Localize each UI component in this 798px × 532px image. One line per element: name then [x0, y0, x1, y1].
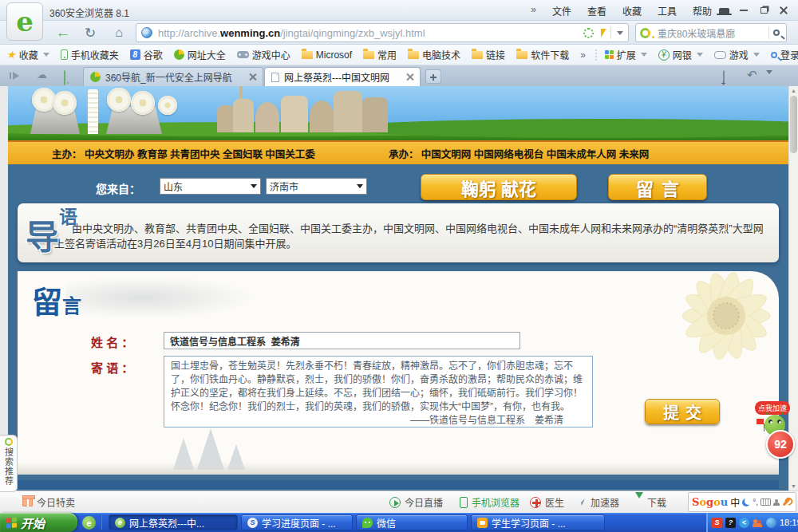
- play-circle-icon: [389, 497, 401, 508]
- menu-favorites[interactable]: 收藏: [622, 4, 642, 18]
- bookmarks-overflow-icon[interactable]: »: [580, 49, 586, 61]
- taskbar-item-student-page[interactable]: 学生学习页面 - ...: [471, 514, 605, 530]
- tab-close-icon[interactable]: [249, 73, 256, 81]
- bookmark-google[interactable]: 8谷歌: [130, 48, 163, 61]
- scroll-down-icon[interactable]: ▼: [791, 483, 796, 489]
- address-dropdown-icon[interactable]: [617, 31, 623, 35]
- bookmark-favorites[interactable]: ★收藏: [6, 48, 49, 61]
- games-button[interactable]: 游戏: [714, 48, 760, 61]
- tab-360-nav[interactable]: 360导航_新一代安全上网导航: [83, 67, 263, 86]
- quick-launch-360-icon[interactable]: e: [82, 516, 96, 530]
- bookmark-label: 链接: [486, 48, 505, 61]
- taskbar-item-wechat[interactable]: 微信: [356, 514, 468, 530]
- divider: [595, 49, 597, 61]
- search-box[interactable]: 重庆80米玻璃悬廊: [635, 23, 787, 42]
- daily-deals-button[interactable]: 今日特卖: [22, 495, 75, 509]
- city-select[interactable]: 济南市: [266, 178, 367, 195]
- moon-icon[interactable]: [742, 499, 750, 506]
- search-query-text[interactable]: 重庆80米玻璃悬廊: [658, 26, 768, 40]
- title-wash: [65, 276, 257, 319]
- browser-logo[interactable]: e: [6, 2, 43, 41]
- menu-file[interactable]: 文件: [552, 4, 571, 18]
- speed-score-badge[interactable]: 92: [766, 430, 795, 459]
- speedup-mascot[interactable]: 点我加速 92: [755, 401, 798, 469]
- person-icon[interactable]: [773, 499, 780, 506]
- bookmark-folder-pc-tech[interactable]: 电脑技术: [408, 48, 460, 61]
- restore-tab-icon[interactable]: [723, 71, 725, 85]
- tab-title: 360导航_新一代安全上网导航: [105, 70, 244, 84]
- extensions-button[interactable]: 扩展: [605, 48, 647, 61]
- doctor-button[interactable]: 医生: [530, 495, 564, 509]
- send-to-phone-icon[interactable]: [64, 71, 65, 85]
- scroll-up-icon[interactable]: ▲: [791, 88, 796, 93]
- search-engine-logo-icon[interactable]: [640, 28, 650, 38]
- bookmark-mobile-favorites[interactable]: 手机收藏夹: [61, 48, 119, 61]
- booster-button[interactable]: 加速器: [576, 495, 619, 509]
- chevron-down-icon: [753, 53, 760, 57]
- help-tray-icon[interactable]: ?: [725, 518, 736, 528]
- select-caret-icon: [357, 184, 363, 188]
- bookmark-site-directory[interactable]: 网址大全: [174, 48, 226, 61]
- home-icon[interactable]: ⌂: [109, 23, 129, 42]
- live-today-button[interactable]: 今日直播: [389, 495, 443, 509]
- bookmark-folder-microsoft[interactable]: Microsof: [302, 49, 352, 61]
- name-input[interactable]: [164, 332, 520, 349]
- download-button[interactable]: 下载: [635, 495, 666, 509]
- bow-flower-button[interactable]: 鞠躬 献花: [421, 174, 577, 200]
- messenger-tray-icon[interactable]: [766, 518, 776, 528]
- new-tab-button[interactable]: [425, 69, 441, 84]
- sogou-tray-icon[interactable]: S: [712, 518, 722, 528]
- panel-fade: [18, 462, 779, 475]
- taskbar-item-memorial[interactable]: e 网上祭英烈---中...: [109, 514, 238, 530]
- sogou-ime-bar[interactable]: Sogou 中 °,: [688, 492, 796, 512]
- undo-closed-tab-icon[interactable]: ↶: [747, 68, 757, 82]
- contacts-tray-icon[interactable]: [753, 518, 763, 528]
- bookmark-folder-common[interactable]: 常用: [363, 48, 397, 61]
- address-bar[interactable]: http://archive.wenming.cn/jingtai/qingmi…: [136, 23, 629, 42]
- leave-message-button[interactable]: 留言: [608, 174, 707, 200]
- menu-help[interactable]: 帮助: [693, 4, 712, 18]
- start-button[interactable]: 开始: [0, 513, 77, 532]
- keyboard-icon[interactable]: [760, 499, 771, 506]
- ebank-button[interactable]: ¥网银: [658, 48, 703, 61]
- form-title-main: 留: [32, 286, 62, 319]
- province-value: 山东: [164, 179, 183, 193]
- speedup-bubble[interactable]: 点我加速: [755, 401, 790, 415]
- menu-view[interactable]: 查看: [587, 4, 606, 18]
- taskbar-clock: 18:19: [780, 518, 798, 527]
- search-recommend-label: 搜索推荐: [2, 447, 15, 486]
- search-recommend-side-tab[interactable]: 搜索推荐: [0, 435, 18, 492]
- menu-tools[interactable]: 工具: [658, 4, 677, 18]
- banner-wreaths: [30, 88, 182, 134]
- tab-close-icon[interactable]: [406, 73, 413, 81]
- ime-lang-toggle[interactable]: 中: [730, 495, 740, 509]
- submit-button[interactable]: 提交: [645, 399, 720, 424]
- skin-hat-icon[interactable]: [715, 3, 733, 18]
- refresh-icon[interactable]: ↻: [80, 23, 101, 42]
- folder-icon: [302, 51, 313, 59]
- intro-text: 由中央文明办、教育部、共青团中央、全国妇联、中国关工委主办，中国文明网、中国网络…: [54, 221, 769, 251]
- login-manager-button[interactable]: 登录管家: [771, 48, 798, 61]
- taskbar-item-progress-page[interactable]: S 学习进度页面 - ...: [241, 514, 353, 530]
- minimize-button[interactable]: [735, 3, 753, 18]
- bookmark-game-center[interactable]: 游戏中心: [237, 48, 290, 61]
- restore-button[interactable]: [755, 3, 772, 18]
- menu-overflow-icon[interactable]: »: [531, 4, 536, 18]
- mobile-browser-button[interactable]: 手机浏览器: [460, 495, 519, 509]
- search-magnifier-icon[interactable]: [773, 30, 780, 36]
- close-button[interactable]: [775, 3, 792, 18]
- message-textarea[interactable]: 国土埋忠骨，苍生勉英灵！先烈永垂不朽！青春绽放，精神激昂。忘不了，你们赤胆忠魂；…: [164, 356, 593, 428]
- tab-memorial-active[interactable]: 网上祭英烈---中国文明网: [264, 67, 421, 86]
- wrench-icon[interactable]: [783, 499, 791, 506]
- speed-bolt-icon[interactable]: [598, 29, 606, 37]
- bookmark-folder-links[interactable]: 链接: [472, 48, 505, 61]
- province-select[interactable]: 山东: [160, 178, 261, 195]
- url-text[interactable]: http://archive.wenming.cn/jingtai/qingmi…: [158, 27, 425, 39]
- back-icon[interactable]: ←: [53, 23, 73, 42]
- scrollbar-thumb[interactable]: [790, 96, 797, 153]
- cloud-sync-icon[interactable]: ☁: [37, 69, 47, 81]
- collapse-tray-icon[interactable]: <: [739, 518, 749, 528]
- page-refresh-ring-icon[interactable]: [583, 28, 594, 38]
- ime-punct-toggle[interactable]: °,: [753, 498, 758, 506]
- bookmark-folder-downloads[interactable]: 软件下载: [516, 48, 569, 61]
